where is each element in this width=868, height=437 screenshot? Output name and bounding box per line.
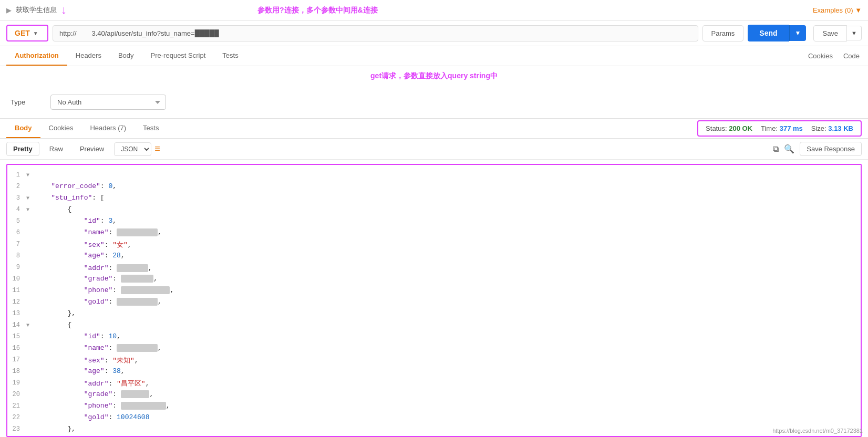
line-number: 22 <box>7 413 26 421</box>
line-number: 11 <box>7 286 26 294</box>
json-key: "id" <box>84 332 100 340</box>
json-value-blurred: "████████" <box>117 344 158 352</box>
auth-type-select[interactable]: No Auth <box>50 95 166 110</box>
json-line: 16 "name": "████████", <box>7 344 861 355</box>
json-line: 15 "id": 10, <box>7 332 861 344</box>
method-dropdown[interactable]: GET ▼ <box>6 25 48 41</box>
collapse-arrow <box>26 367 35 369</box>
collapse-arrow <box>26 356 35 357</box>
json-value-blurred: "1████████" <box>121 402 166 410</box>
line-number: 9 <box>7 263 26 271</box>
collapse-arrow <box>26 286 35 288</box>
response-tab-headers[interactable]: Headers (7) <box>81 119 135 138</box>
method-label: GET <box>15 29 30 37</box>
json-line: 19 "addr": "昌平区", <box>7 378 861 390</box>
collapse-arrow <box>26 240 35 242</box>
copy-button[interactable]: ⧉ <box>773 144 779 154</box>
collapse-icon: ▶ <box>6 6 12 14</box>
collapse-arrow <box>26 182 35 184</box>
json-line: 1▼ <box>7 170 861 182</box>
line-number: 8 <box>7 252 26 259</box>
json-punct: }, <box>67 309 76 317</box>
json-value-blurred: "████████" <box>117 228 158 236</box>
collapse-arrow <box>26 379 35 380</box>
pretty-button[interactable]: Pretty <box>6 142 39 156</box>
json-value-blurred: "████女" <box>117 264 148 272</box>
json-value: "未知" <box>112 357 135 365</box>
json-key: "addr" <box>84 380 109 388</box>
json-line: 22 "gold": 10024608 <box>7 413 861 424</box>
json-key: "gold" <box>84 413 109 421</box>
json-line: 11 "phone": "█████████3", <box>7 286 861 297</box>
json-key: "addr" <box>84 264 109 272</box>
json-key: "stu_info" <box>51 194 92 202</box>
tab-body[interactable]: Body <box>110 46 142 66</box>
tab-headers[interactable]: Headers <box>67 46 110 66</box>
search-button[interactable]: 🔍 <box>784 144 794 154</box>
json-value: 10 <box>108 332 117 340</box>
line-number: 23 <box>7 425 26 433</box>
save-dropdown[interactable]: ▼ <box>847 26 862 40</box>
response-tab-body[interactable]: Body <box>6 119 40 138</box>
auth-type-label: Type <box>11 98 42 106</box>
preview-button[interactable]: Preview <box>73 142 111 156</box>
collapse-arrow[interactable]: ▼ <box>26 205 35 213</box>
collapse-arrow <box>26 390 35 392</box>
tab-tests[interactable]: Tests <box>214 46 246 66</box>
tab-authorization[interactable]: Authorization <box>6 46 67 66</box>
line-number: 10 <box>7 275 26 283</box>
request-tabs-row: Authorization Headers Body Pre-request S… <box>0 46 868 66</box>
json-value: "女" <box>112 241 128 249</box>
json-line: 18 "age": 38, <box>7 367 861 378</box>
collapse-arrow <box>26 425 35 426</box>
url-input[interactable] <box>53 25 698 41</box>
method-chevron-icon: ▼ <box>33 30 38 36</box>
save-button[interactable]: Save <box>813 25 847 41</box>
collapse-arrow[interactable]: ▼ <box>26 194 35 201</box>
line-number: 12 <box>7 298 26 306</box>
json-value: 38 <box>112 367 121 375</box>
json-line: 3▼ "stu_info": [ <box>7 193 861 205</box>
json-value: 28 <box>112 252 121 259</box>
code-link[interactable]: Code <box>841 47 862 65</box>
save-response-button[interactable]: Save Response <box>800 142 862 156</box>
send-dropdown[interactable]: ▼ <box>789 25 807 41</box>
response-tab-tests[interactable]: Tests <box>135 119 167 138</box>
time-label: Time: 377 ms <box>761 124 803 132</box>
json-punct: }, <box>67 425 76 433</box>
send-button[interactable]: Send <box>748 25 789 41</box>
filter-icon[interactable]: ≡ <box>154 143 160 154</box>
get-annotation: get请求，参数直接放入query string中 <box>0 66 868 86</box>
json-value: "昌平区" <box>117 380 146 388</box>
collapse-arrow <box>26 298 35 299</box>
json-line: 4▼ { <box>7 205 861 216</box>
json-punct: [ <box>100 194 105 202</box>
json-value-blurred: "█████████3" <box>121 286 170 294</box>
line-number: 1 <box>7 171 26 179</box>
collapse-arrow[interactable]: ▼ <box>26 171 35 178</box>
response-tabs-row: Body Cookies Headers (7) Tests Status: 2… <box>0 119 868 139</box>
collapse-arrow[interactable]: ▼ <box>26 321 35 328</box>
raw-button[interactable]: Raw <box>43 142 70 156</box>
line-number: 21 <box>7 402 26 410</box>
line-number: 7 <box>7 240 26 248</box>
response-tab-cookies[interactable]: Cookies <box>40 119 82 138</box>
save-group: Save ▼ <box>813 25 862 41</box>
json-key: "phone" <box>84 402 113 410</box>
arrow-annotation: ↓ <box>61 3 67 17</box>
json-line: 23 }, <box>7 424 861 436</box>
params-button[interactable]: Params <box>702 25 744 41</box>
size-value: 3.13 KB <box>828 124 853 132</box>
json-line: 7 "sex": "女", <box>7 240 861 251</box>
json-punct: { <box>67 321 71 329</box>
collapse-arrow <box>26 252 35 253</box>
cookies-link[interactable]: Cookies <box>806 47 835 65</box>
format-select[interactable]: JSON <box>114 142 151 156</box>
json-key: "age" <box>84 367 105 375</box>
app-container: ▶ 获取学生信息 ↓ Examples (0) ▼ GET ▼ 参数用?连接，多… <box>0 0 868 437</box>
json-key: "name" <box>84 344 109 352</box>
json-key: "id" <box>84 217 100 225</box>
examples-button[interactable]: Examples (0) ▼ <box>813 6 862 14</box>
tab-prerequest[interactable]: Pre-request Script <box>142 46 214 66</box>
json-line: 17 "sex": "未知", <box>7 355 861 367</box>
